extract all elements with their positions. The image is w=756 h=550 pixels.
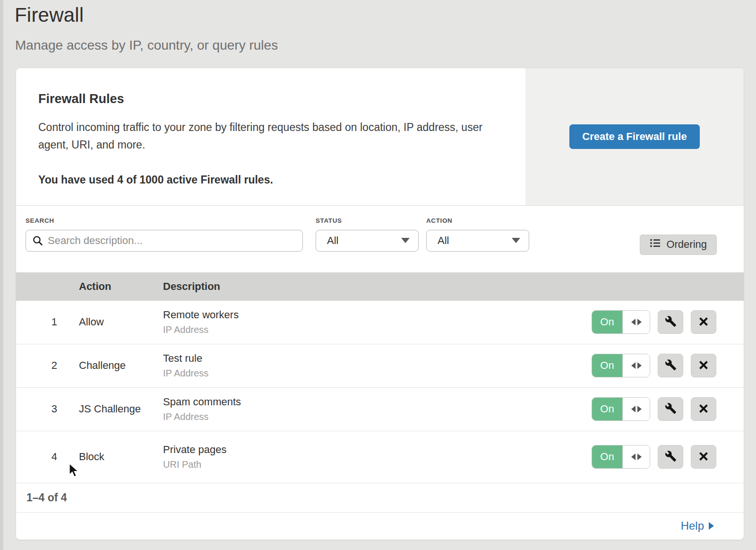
search-input[interactable] <box>26 230 303 252</box>
row-action: Allow <box>79 316 163 328</box>
row-controls: On <box>592 397 744 421</box>
hero-action-panel: Create a Firewall rule <box>525 68 744 205</box>
table-row: 1 Allow Remote workers IP Address On <box>16 301 744 344</box>
create-firewall-rule-button[interactable]: Create a Firewall rule <box>569 124 699 149</box>
wrench-icon <box>665 402 677 416</box>
row-number: 2 <box>16 359 79 372</box>
table-row: 2 Challenge Test rule IP Address On <box>16 344 744 388</box>
status-toggle[interactable]: On <box>592 397 650 421</box>
resize-arrows-icon <box>622 354 650 377</box>
resize-arrows-icon <box>622 398 650 420</box>
toggle-on-label: On <box>592 311 622 333</box>
column-action: Action <box>79 280 163 293</box>
help-row: Help <box>16 513 744 540</box>
pagination-row: 1–4 of 4 <box>16 483 744 513</box>
row-controls: On <box>592 310 744 334</box>
hero-section: Firewall Rules Control incoming traffic … <box>16 68 744 206</box>
delete-rule-button[interactable] <box>691 354 716 377</box>
wrench-icon <box>665 450 677 463</box>
table-row: 4 Block Private pages URI Path On <box>16 431 744 483</box>
delete-rule-button[interactable] <box>691 445 716 469</box>
delete-rule-button[interactable] <box>691 310 716 334</box>
toggle-on-label: On <box>592 398 622 420</box>
status-filter-group: STATUS All <box>316 217 419 252</box>
status-select[interactable]: All <box>316 230 419 252</box>
usage-text: You have used 4 of 1000 active Firewall … <box>38 174 497 186</box>
row-description: Private pages <box>163 444 592 456</box>
edit-rule-button[interactable] <box>658 397 683 421</box>
close-icon <box>698 316 709 328</box>
column-description: Description <box>163 280 592 293</box>
row-field: IP Address <box>163 324 592 335</box>
status-label: STATUS <box>316 217 419 224</box>
help-link-label: Help <box>681 519 704 533</box>
wrench-icon <box>665 359 677 372</box>
chevron-down-icon <box>401 238 410 243</box>
row-description-cell: Test rule IP Address <box>163 352 592 379</box>
ordered-list-icon <box>650 238 661 251</box>
row-action: Challenge <box>79 359 163 372</box>
row-field: URI Path <box>163 459 592 470</box>
firewall-rules-card: Firewall Rules Control incoming traffic … <box>16 68 744 540</box>
hero-text-block: Firewall Rules Control incoming traffic … <box>16 68 525 205</box>
search-icon <box>32 235 43 248</box>
edit-rule-button[interactable] <box>658 445 683 469</box>
search-label: SEARCH <box>26 217 303 224</box>
wrench-icon <box>665 315 677 329</box>
close-icon <box>698 403 709 415</box>
edit-rule-button[interactable] <box>658 310 683 334</box>
toggle-on-label: On <box>592 354 622 377</box>
row-field: IP Address <box>163 368 592 379</box>
firewall-page: Firewall Manage access by IP, country, o… <box>0 0 756 550</box>
help-link[interactable]: Help <box>681 519 714 533</box>
action-filter-group: ACTION All <box>426 217 529 252</box>
close-icon <box>698 451 709 463</box>
status-toggle[interactable]: On <box>592 354 650 377</box>
table-row: 3 JS Challenge Spam comments IP Address … <box>16 388 744 431</box>
page-subtitle: Manage access by IP, country, or query r… <box>15 38 278 53</box>
row-action: JS Challenge <box>79 403 163 415</box>
delete-rule-button[interactable] <box>691 397 716 421</box>
resize-arrows-icon <box>622 445 650 468</box>
status-toggle[interactable]: On <box>592 445 650 469</box>
action-select[interactable]: All <box>426 230 529 252</box>
row-controls: On <box>592 354 744 377</box>
row-description-cell: Spam comments IP Address <box>163 396 592 422</box>
table-header: Action Description <box>16 272 744 301</box>
status-selected-value: All <box>327 235 338 247</box>
ordering-button[interactable]: Ordering <box>640 235 717 255</box>
row-description-cell: Remote workers IP Address <box>163 309 592 335</box>
row-number: 4 <box>16 451 79 463</box>
chevron-down-icon <box>512 238 520 243</box>
row-number: 3 <box>16 403 79 415</box>
action-selected-value: All <box>438 235 449 247</box>
row-description: Remote workers <box>163 309 592 321</box>
action-label: ACTION <box>426 217 529 224</box>
page-title: Firewall <box>15 4 84 26</box>
row-description-cell: Private pages URI Path <box>163 444 592 470</box>
search-group: SEARCH <box>26 217 303 252</box>
row-field: IP Address <box>163 411 592 422</box>
pagination-text: 1–4 of 4 <box>26 491 67 504</box>
status-toggle[interactable]: On <box>592 310 650 334</box>
row-description: Spam comments <box>163 396 592 408</box>
row-action: Block <box>79 451 163 463</box>
hero-description: Control incoming traffic to your zone by… <box>38 119 485 154</box>
toggle-on-label: On <box>592 445 622 468</box>
close-icon <box>698 360 709 372</box>
arrow-right-icon <box>709 522 714 530</box>
hero-heading: Firewall Rules <box>38 92 497 106</box>
row-description: Test rule <box>163 352 592 365</box>
ordering-button-label: Ordering <box>666 238 707 251</box>
resize-arrows-icon <box>622 311 650 333</box>
page-left-edge <box>0 0 3 550</box>
filters-bar: SEARCH STATUS All ACTION All <box>16 206 744 272</box>
edit-rule-button[interactable] <box>658 354 683 377</box>
row-controls: On <box>592 445 744 469</box>
row-number: 1 <box>16 316 79 328</box>
